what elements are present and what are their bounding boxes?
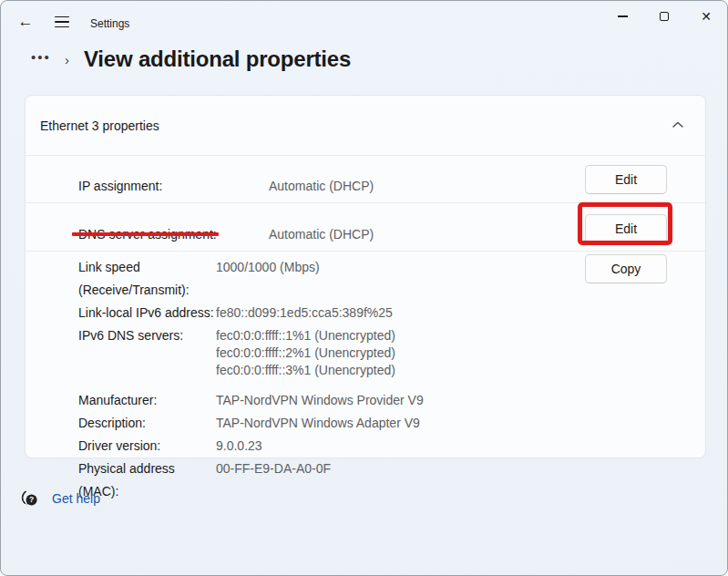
help-chat-icon: ? (21, 489, 39, 508)
chevron-right-icon: › (65, 52, 69, 67)
description-label: Description: (26, 412, 216, 435)
get-help-link[interactable]: Get help (52, 491, 100, 506)
manufacturer-row: Manufacturer: TAP-NordVPN Windows Provid… (26, 389, 581, 412)
ip-assignment-edit-button[interactable]: Edit (585, 165, 667, 194)
get-help[interactable]: ? Get help (21, 489, 100, 508)
chevron-up-icon[interactable] (671, 118, 685, 132)
ipv6-dns-servers-values: fec0:0:0:ffff::1%1 (Unencrypted) fec0:0:… (216, 324, 395, 378)
ipv6-dns-servers-row: IPv6 DNS servers: fec0:0:0:ffff::1%1 (Un… (26, 324, 581, 378)
minimize-button[interactable] (601, 1, 643, 32)
maximize-button[interactable] (643, 1, 685, 32)
dns-assignment-value: Automatic (DHCP) (269, 227, 374, 242)
settings-window: ← Settings ✕ ••• › View additional prope… (0, 0, 728, 576)
link-local-ipv6-value: fe80::d099:1ed5:cca5:389f%25 (216, 302, 393, 324)
copy-button[interactable]: Copy (585, 254, 667, 283)
window-controls: ✕ (601, 1, 727, 32)
ip-assignment-value: Automatic (DHCP) (269, 179, 374, 193)
close-button[interactable]: ✕ (685, 1, 727, 32)
link-local-ipv6-row: Link-local IPv6 address: fe80::d099:1ed5… (26, 302, 581, 324)
link-local-ipv6-label: Link-local IPv6 address: (26, 302, 216, 324)
driver-version-label: Driver version: (26, 435, 216, 458)
driver-version-row: Driver version: 9.0.0.23 (26, 435, 581, 458)
driver-version-value: 9.0.0.23 (216, 435, 262, 458)
ipv6-dns-server-3: fec0:0:0:ffff::3%1 (Unencrypted) (216, 362, 395, 379)
annotation-red-box (578, 202, 672, 245)
link-speed-label: Link speed (Receive/Transmit): (26, 256, 216, 302)
back-arrow-icon: ← (18, 13, 34, 31)
mac-address-row: Physical address (MAC): 00-FF-E9-DA-A0-0… (26, 458, 581, 503)
minimize-icon (618, 15, 628, 16)
link-speed-row: Link speed (Receive/Transmit): 1000/1000… (26, 256, 581, 302)
link-speed-value: 1000/1000 (Mbps) (216, 256, 320, 302)
details-section: Copy Link speed (Receive/Transmit): 1000… (26, 251, 705, 458)
manufacturer-label: Manufacturer: (26, 389, 216, 412)
ethernet-properties-card: Ethernet 3 properties IP assignment: Aut… (25, 95, 706, 458)
mac-address-value: 00-FF-E9-DA-A0-0F (216, 458, 331, 503)
close-icon: ✕ (701, 10, 712, 23)
navigation-menu-button[interactable] (46, 8, 77, 36)
ip-assignment-label: IP assignment: (78, 179, 162, 193)
card-header-label: Ethernet 3 properties (40, 118, 159, 133)
breadcrumb: ••• › View additional properties (25, 43, 351, 76)
titlebar: ← Settings ✕ (1, 1, 727, 45)
description-value: TAP-NordVPN Windows Adapter V9 (216, 412, 420, 435)
app-title: Settings (90, 17, 129, 30)
card-header[interactable]: Ethernet 3 properties (26, 96, 705, 155)
description-row: Description: TAP-NordVPN Windows Adapter… (26, 412, 581, 435)
ipv6-dns-servers-label: IPv6 DNS servers: (26, 324, 216, 378)
svg-text:?: ? (29, 495, 34, 504)
annotation-red-underline (72, 232, 219, 236)
manufacturer-value: TAP-NordVPN Windows Provider V9 (216, 389, 424, 412)
back-button[interactable]: ← (10, 8, 41, 36)
breadcrumb-ellipsis-button[interactable]: ••• (25, 47, 57, 71)
page-title: View additional properties (84, 46, 351, 72)
ipv6-dns-server-1: fec0:0:0:ffff::1%1 (Unencrypted) (216, 327, 395, 345)
ipv6-dns-server-2: fec0:0:0:ffff::2%1 (Unencrypted) (216, 345, 395, 362)
maximize-icon (660, 12, 669, 21)
hamburger-icon (55, 16, 69, 28)
